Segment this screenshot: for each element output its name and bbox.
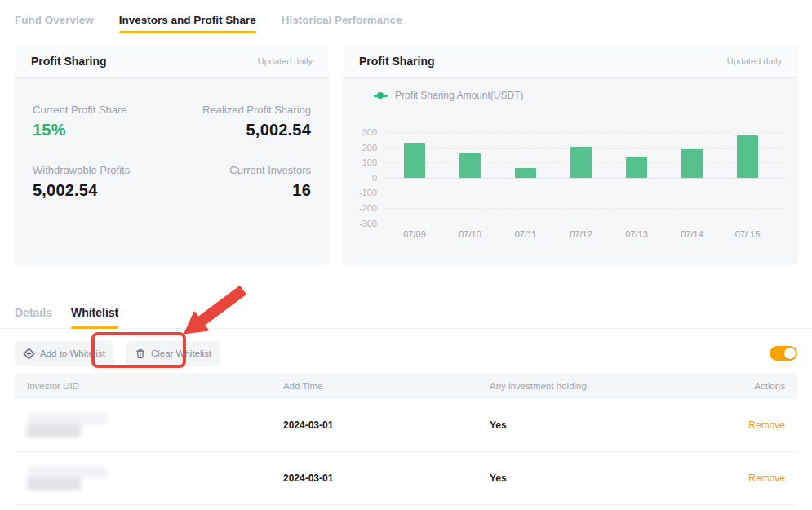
holding-cell: Yes xyxy=(490,472,736,484)
updated-daily-label: Updated daily xyxy=(727,56,782,66)
y-axis-tick: -200 xyxy=(343,203,377,213)
y-axis-tick: 300 xyxy=(343,127,377,137)
bar-07-10 xyxy=(459,153,481,178)
tab-details[interactable]: Details xyxy=(15,296,52,328)
stat-label: Current Investors xyxy=(172,164,312,176)
card-title: Profit Sharing xyxy=(359,55,435,68)
x-axis-tick: 07/14 xyxy=(668,229,717,239)
gridline xyxy=(384,132,785,133)
card-header: Profit Sharing Updated daily xyxy=(15,45,329,78)
y-axis-tick: 200 xyxy=(343,143,377,153)
redacted-investor-uid xyxy=(27,412,117,438)
x-axis-tick: 07/10 xyxy=(446,229,495,239)
stat-current-investors: Current Investors 16 xyxy=(172,164,312,200)
table-header: Investor UID Add Time Any investment hol… xyxy=(15,373,797,399)
profit-sharing-stats-card: Profit Sharing Updated daily Current Pro… xyxy=(15,45,329,265)
tab-historical-performance[interactable]: Historical Performance xyxy=(282,14,402,33)
col-actions: Actions xyxy=(736,381,785,391)
stat-value: 15% xyxy=(33,121,172,140)
x-axis-tick: 07/12 xyxy=(557,229,606,239)
bar-07-14 xyxy=(681,149,703,178)
add-to-whitelist-button[interactable]: Add to Whitelist xyxy=(15,341,113,366)
stat-realized-profit-sharing: Realized Profit Sharing 5,002.54 xyxy=(172,104,312,140)
chart-legend: Profit Sharing Amount(USDT) xyxy=(374,90,523,101)
gridline xyxy=(384,178,785,179)
tab-fund-overview[interactable]: Fund Overview xyxy=(15,14,94,33)
stat-value: 5,002.54 xyxy=(172,121,312,140)
bar-07-11 xyxy=(515,168,536,178)
y-axis-tick: 100 xyxy=(343,157,377,167)
stat-current-profit-share: Current Profit Share 15% xyxy=(33,104,172,140)
bar-07--15 xyxy=(737,135,758,178)
redacted-investor-uid xyxy=(27,465,117,491)
chart-plot: Profit Sharing Amount(USDT) 3002001000-1… xyxy=(343,78,798,264)
col-add-time: Add Time xyxy=(283,381,490,391)
y-axis-tick: -300 xyxy=(343,219,377,228)
card-title: Profit Sharing xyxy=(31,55,107,68)
table-row: 2024-03-01YesRemove xyxy=(15,399,797,452)
x-axis-tick: 07/13 xyxy=(612,229,661,239)
x-axis-tick: 07/11 xyxy=(501,229,550,239)
gridline xyxy=(384,193,785,193)
stat-value: 5,002.54 xyxy=(33,181,172,200)
toggle-knob xyxy=(784,348,796,359)
add-time-cell: 2024-03-01 xyxy=(283,472,490,484)
stat-withdrawable-profits: Withdrawable Profits 5,002.54 xyxy=(33,164,172,200)
add-time-cell: 2024-03-01 xyxy=(283,419,490,431)
table-row: 2024-03-01YesRemove xyxy=(15,452,797,505)
whitelist-table: Investor UID Add Time Any investment hol… xyxy=(15,373,797,505)
remove-link[interactable]: Remove xyxy=(748,419,785,431)
x-axis-tick: 07/09 xyxy=(390,229,439,239)
whitelist-toggle[interactable] xyxy=(770,346,797,361)
cards-row: Profit Sharing Updated daily Current Pro… xyxy=(15,45,798,265)
holding-cell: Yes xyxy=(490,419,736,431)
line-dot-marker-icon xyxy=(374,95,388,97)
add-to-whitelist-label: Add to Whitelist xyxy=(40,348,105,358)
bar-07-12 xyxy=(570,147,592,178)
stat-label: Current Profit Share xyxy=(33,104,172,116)
updated-daily-label: Updated daily xyxy=(258,56,313,66)
col-any-investment-holding: Any investment holding xyxy=(490,381,736,391)
bar-07-13 xyxy=(626,157,647,178)
stat-value: 16 xyxy=(172,181,312,200)
y-axis-tick: -100 xyxy=(343,188,377,197)
bar-07-09 xyxy=(404,143,425,178)
y-axis-tick: 0 xyxy=(343,173,377,183)
remove-link[interactable]: Remove xyxy=(748,472,785,484)
whitelist-toolbar: Add to Whitelist Clear Whitelist xyxy=(15,340,797,366)
stat-label: Withdrawable Profits xyxy=(33,164,172,176)
x-axis-tick: 07/ 15 xyxy=(723,229,772,239)
diamond-plus-icon xyxy=(23,348,35,360)
stat-label: Realized Profit Sharing xyxy=(172,104,312,116)
clear-whitelist-label: Clear Whitelist xyxy=(151,348,211,358)
stats-grid: Current Profit Share 15% Realized Profit… xyxy=(15,78,329,200)
tab-whitelist[interactable]: Whitelist xyxy=(71,296,118,328)
trash-icon xyxy=(135,348,146,360)
gridline xyxy=(384,208,785,209)
section-tabs: Details Whitelist xyxy=(0,296,812,329)
tab-investors-profit-share[interactable]: Investors and Profit Share xyxy=(119,14,256,33)
main-tabs: Fund Overview Investors and Profit Share… xyxy=(0,0,812,33)
col-investor-uid: Investor UID xyxy=(27,381,283,391)
clear-whitelist-button[interactable]: Clear Whitelist xyxy=(126,341,220,366)
table-body: 2024-03-01YesRemove2024-03-01YesRemove xyxy=(15,399,797,505)
legend-label: Profit Sharing Amount(USDT) xyxy=(395,90,523,101)
gridline xyxy=(384,224,785,224)
card-header: Profit Sharing Updated daily xyxy=(343,45,798,78)
profit-sharing-chart-card: Profit Sharing Updated daily Profit Shar… xyxy=(343,45,798,265)
